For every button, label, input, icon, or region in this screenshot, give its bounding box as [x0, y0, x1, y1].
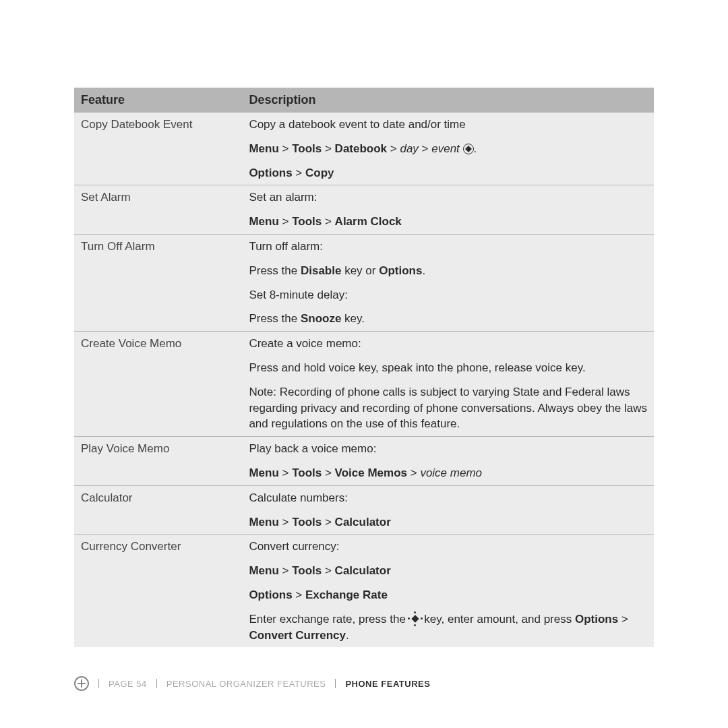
text: Press the	[249, 264, 301, 277]
cell: Calculate numbers:	[242, 485, 654, 510]
menu-label: Tools	[292, 215, 322, 228]
feature-name: Currency Converter	[74, 535, 242, 647]
divider	[335, 679, 336, 688]
menu-label: Tools	[292, 516, 322, 528]
table-header-row: Feature Description	[74, 88, 654, 113]
feature-name: Create Voice Memo	[74, 332, 242, 437]
text: key, enter amount, and press	[421, 613, 575, 626]
cell: Set an alarm:	[242, 185, 654, 210]
cell: Press and hold voice key, speak into the…	[242, 356, 654, 380]
table-row: Calculator Calculate numbers:	[74, 485, 654, 510]
menu-label: Copy	[305, 166, 334, 179]
table-row: Set Alarm Set an alarm:	[74, 185, 654, 210]
table-row: Play Voice Memo Play back a voice memo:	[74, 437, 654, 461]
key-label: Options	[379, 264, 422, 277]
cell: Note: Recording of phone calls is subjec…	[242, 380, 654, 437]
menu-label: Tools	[292, 466, 322, 479]
menu-label: Calculator	[335, 516, 391, 528]
table-row: Currency Converter Convert currency:	[74, 535, 654, 559]
select-icon	[463, 144, 474, 154]
menu-label: Options	[575, 613, 618, 626]
text: Press the	[249, 312, 301, 325]
cell: Options > Exchange Rate	[242, 583, 654, 607]
menu-label: Options	[249, 588, 292, 601]
header-description: Description	[242, 88, 654, 113]
variable: day	[400, 142, 418, 155]
menu-label: Tools	[292, 564, 322, 577]
table-row: Create Voice Memo Create a voice memo:	[74, 332, 654, 356]
feature-name: Play Voice Memo	[74, 437, 242, 486]
menu-label: Voice Memos	[335, 466, 407, 479]
cell: Options > Copy	[242, 161, 654, 185]
divider	[98, 679, 99, 688]
cell: Play back a voice memo:	[242, 437, 654, 461]
menu-label: Menu	[249, 564, 278, 577]
feature-name: Calculator	[74, 485, 242, 535]
menu-label: Options	[249, 166, 292, 179]
cell: Convert currency:	[242, 535, 654, 559]
variable: event	[431, 142, 460, 155]
section-title: PERSONAL ORGANIZER FEATURES	[166, 679, 326, 689]
menu-label: Menu	[249, 516, 278, 528]
text: Enter exchange rate, press the	[249, 613, 408, 626]
table-row: Turn Off Alarm Turn off alarm:	[74, 234, 654, 258]
feature-name: Set Alarm	[74, 185, 242, 235]
cell: Copy a datebook event to date and/or tim…	[242, 113, 654, 137]
feature-name: Copy Datebook Event	[74, 113, 242, 185]
header-feature: Feature	[74, 88, 242, 113]
chapter-title: PHONE FEATURES	[345, 679, 430, 689]
page-number: PAGE 54	[109, 679, 147, 689]
cell: Menu > Tools > Voice Memos > voice memo	[242, 461, 654, 485]
cell: Menu > Tools > Calculator	[242, 559, 654, 583]
menu-label: Menu	[249, 466, 278, 479]
cell: Press the Disable key or Options.	[242, 259, 654, 283]
text: key or	[341, 264, 379, 277]
menu-label: Tools	[292, 142, 322, 155]
feature-name: Turn Off Alarm	[74, 234, 242, 331]
menu-label: Menu	[249, 142, 278, 155]
menu-label: Exchange Rate	[305, 588, 388, 601]
key-label: Disable	[301, 264, 341, 277]
cell: Turn off alarm:	[242, 234, 654, 258]
brand-logo-icon	[74, 676, 89, 691]
menu-label: Calculator	[335, 564, 391, 577]
cell: Set 8-minute delay:	[242, 283, 654, 307]
menu-label: Alarm Clock	[335, 215, 402, 228]
menu-label: Convert Currency	[249, 629, 346, 642]
cell: Create a voice memo:	[242, 332, 654, 356]
menu-label: Menu	[249, 215, 278, 228]
cell: Press the Snooze key.	[242, 307, 654, 331]
document-page: Feature Description Copy Datebook Event …	[0, 0, 728, 728]
menu-label: Datebook	[335, 142, 387, 155]
cell: Menu > Tools > Calculator	[242, 510, 654, 535]
key-label: Snooze	[301, 312, 341, 325]
cell: Enter exchange rate, press the key, ente…	[242, 607, 654, 648]
variable: voice memo	[420, 466, 482, 479]
table-row: Copy Datebook Event Copy a datebook even…	[74, 113, 654, 137]
divider	[156, 679, 157, 688]
cell: Menu > Tools > Alarm Clock	[242, 210, 654, 234]
nav-key-icon	[409, 613, 421, 625]
cell: Menu > Tools > Datebook > day > event .	[242, 137, 654, 161]
page-footer: PAGE 54 PERSONAL ORGANIZER FEATURES PHON…	[74, 676, 430, 691]
text: key.	[341, 312, 365, 325]
feature-table: Feature Description Copy Datebook Event …	[74, 88, 654, 647]
